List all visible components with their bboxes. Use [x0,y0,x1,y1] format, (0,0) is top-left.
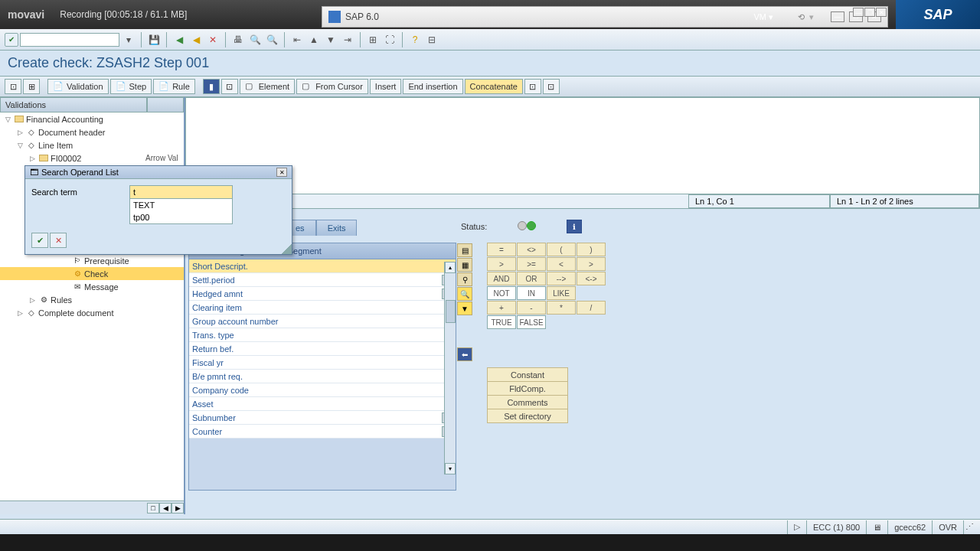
tb-icon-4[interactable]: ⊡ [524,79,541,94]
op-true[interactable]: TRUE [487,315,516,329]
outer-restore-button[interactable]: ❐ [864,8,875,17]
from-cursor-button[interactable]: ▢From Cursor [296,79,368,94]
nav-back-icon[interactable]: ⟲ [798,12,805,22]
suggestion-text[interactable]: TEXT [130,199,232,211]
print-icon[interactable]: 🖶 [230,32,246,47]
op-neq[interactable]: <> [517,243,546,256]
field-subnumber[interactable]: Subnumber▴ [189,411,456,425]
tree-fi00002[interactable]: ▷ FI00002 Arrow Val [0,152,184,165]
op-div[interactable]: / [577,301,606,315]
op-false[interactable]: FALSE [517,315,546,329]
op-lt[interactable]: < [547,257,576,271]
tree-rules[interactable]: ▷⚙ Rules [0,293,184,306]
vm-dropdown[interactable]: VM ▾ [753,12,773,22]
insert-button[interactable]: Insert [370,79,402,94]
tb-icon-5[interactable]: ⊡ [543,79,560,94]
popup-close-button[interactable]: ✕ [276,168,287,177]
tree-line-item[interactable]: ▽◇ Line Item [0,139,184,152]
formula-editor[interactable] [185,97,980,208]
tb-icon-2[interactable]: ⊞ [23,79,40,94]
tree-scroll-stop[interactable]: □ [147,503,159,514]
outer-close-button[interactable]: ✕ [876,8,887,17]
next-page-icon[interactable]: ▼ [323,32,338,47]
minimize-button[interactable]: — [831,11,844,22]
cmd-dropdown-icon[interactable]: ▾ [121,32,136,47]
op-in[interactable]: IN [517,286,546,300]
suggestion-tp00[interactable]: tp00 [130,211,232,223]
command-field[interactable] [20,33,119,47]
field-company-code[interactable]: Company code [189,383,456,397]
search-term-input[interactable] [129,185,233,199]
op-gt[interactable]: > [487,257,516,271]
op-lparen[interactable]: ( [547,243,576,256]
popup-cancel-button[interactable]: ✕ [50,233,67,248]
field-group-account[interactable]: Group account number [189,315,456,328]
sb-nav-icon[interactable]: ▷ [787,520,806,534]
op-gte[interactable]: >= [517,257,546,271]
scroll-up-icon[interactable]: ▴ [445,262,456,273]
field-asset[interactable]: Asset [189,397,456,411]
step-button[interactable]: 📄Step [110,79,152,94]
field-short-descript[interactable]: Short Descript. [189,259,456,273]
rule-button[interactable]: 📄Rule [153,79,195,94]
find-next-icon[interactable]: 🔍 [264,32,279,47]
side-btn-3[interactable]: ⚲ [457,272,472,286]
field-scrollbar[interactable]: ▴ ▾ [444,262,456,474]
layout-icon[interactable]: ⊟ [424,32,439,47]
tree-prerequisite[interactable]: 🏳 Prerequisite [0,254,184,267]
constant-button[interactable]: Constant [487,367,568,382]
concatenate-button[interactable]: Concatenate [465,79,523,94]
scroll-down-icon[interactable]: ▾ [445,463,456,474]
popup-ok-button[interactable]: ✔ [31,233,48,248]
shortcut-icon[interactable]: ⛶ [382,32,397,47]
op-eq[interactable]: = [487,243,516,256]
tb-icon-3[interactable]: ⊡ [221,79,238,94]
field-settl-period[interactable]: Settl.period▾ [189,273,456,287]
tb-mode-button[interactable]: ▮ [203,79,220,94]
find-icon[interactable]: 🔍 [247,32,263,47]
op-like[interactable]: LIKE [547,286,576,300]
field-fiscal-yr[interactable]: Fiscal yr [189,356,456,370]
side-btn-back[interactable]: ⬅ [457,347,472,361]
save-icon[interactable]: 💾 [146,32,162,47]
op-imp[interactable]: --> [547,272,576,285]
element-button[interactable]: ▢Element [240,79,295,94]
resize-grip-icon[interactable] [281,243,292,254]
op-iff[interactable]: <-> [577,272,606,285]
tree-financial-accounting[interactable]: ▽ Financial Accounting [0,112,184,126]
field-trans-type[interactable]: Trans. type [189,328,456,342]
op-mul[interactable]: * [547,301,576,315]
side-btn-filter[interactable]: ▼ [457,302,472,315]
prev-page-icon[interactable]: ▲ [306,32,322,47]
validation-button[interactable]: 📄Validation [47,79,109,94]
tab-exits[interactable]: Exits [316,220,358,236]
comments-button[interactable]: Comments [487,395,568,409]
field-hedged-amnt[interactable]: Hedged amnt▾ [189,287,456,301]
first-page-icon[interactable]: ⇤ [289,32,305,47]
fldcomp-button[interactable]: FldComp. [487,381,568,396]
op-not[interactable]: NOT [487,286,516,300]
field-counter[interactable]: Counter▾ [189,425,456,439]
new-session-icon[interactable]: ⊞ [365,32,381,47]
outer-min-button[interactable]: — [853,8,864,17]
last-page-icon[interactable]: ⇥ [340,32,355,47]
field-return-bef[interactable]: Return bef. [189,342,456,356]
side-btn-1[interactable]: ▤ [457,243,472,257]
tree-scroll-right[interactable]: ▶ [172,503,184,514]
back-icon[interactable]: ◀ [172,32,187,47]
op-and[interactable]: AND [487,272,516,285]
tree-complete-document[interactable]: ▷◇ Complete document [0,306,184,319]
tree-scroll-left[interactable]: ◀ [159,503,172,514]
field-clearing-item[interactable]: Clearing item [189,301,456,315]
tree-check[interactable]: ⚙ Check [0,267,184,280]
op-rparen[interactable]: ) [577,243,606,256]
tree-message[interactable]: ✉ Message [0,280,184,293]
side-btn-2[interactable]: ▦ [457,258,472,272]
tb-icon-1[interactable]: ⊡ [5,79,21,94]
set-directory-button[interactable]: Set directory [487,409,568,423]
op-gt2[interactable]: > [577,257,606,271]
tree-document-header[interactable]: ▷◇ Document header [0,126,184,139]
field-be-pmnt-req[interactable]: B/e pmnt req. [189,370,456,383]
op-minus[interactable]: - [517,301,546,315]
exit-icon[interactable]: ◀ [188,32,204,47]
